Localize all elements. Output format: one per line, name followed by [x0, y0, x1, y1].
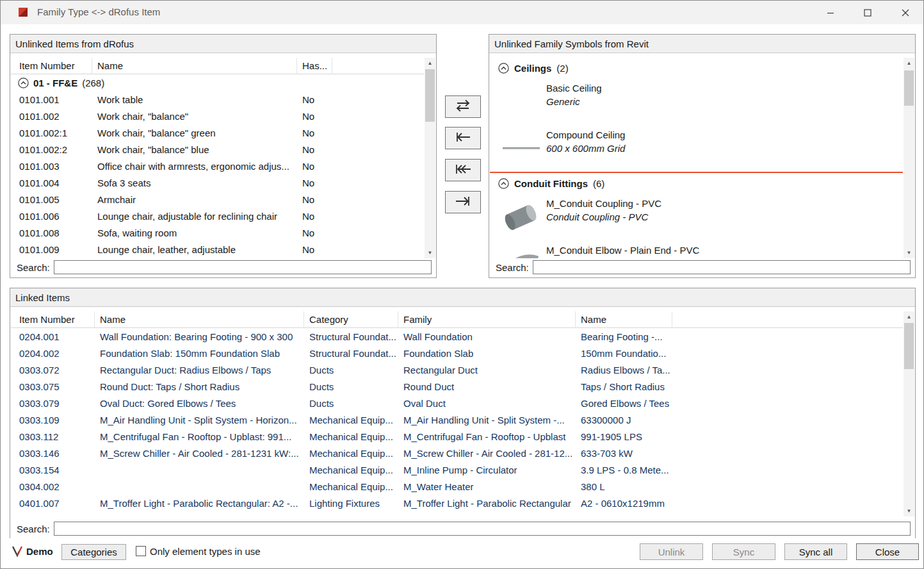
linked-item-row[interactable]: 0303.079Oval Duct: Gored Elbows / TeesDu…	[11, 395, 903, 411]
item-number-cell: 0101.002:1	[11, 128, 92, 138]
scroll-thumb[interactable]	[904, 70, 914, 106]
search-input[interactable]	[533, 260, 911, 274]
item-number-cell: 0101.008	[11, 227, 92, 238]
search-label: Search:	[17, 524, 50, 534]
family-symbols-list: Ceilings(2)Basic CeilingGenericCompound …	[490, 58, 903, 258]
minimize-button[interactable]	[815, 1, 845, 24]
family-cell: M_Centrifugal Fan - Rooftop - Upblast	[398, 431, 576, 442]
scroll-up-icon[interactable]: ▲	[904, 311, 914, 322]
linked-item-row[interactable]: 0303.154Mechanical Equip...M_Inline Pump…	[11, 461, 903, 478]
only-in-use-checkbox[interactable]	[136, 546, 146, 556]
move-all-left-button[interactable]	[445, 159, 481, 181]
item-number-cell: 0204.002	[11, 348, 95, 359]
item-number-cell: 0204.001	[11, 331, 95, 342]
scrollbar-vertical[interactable]: ▲ ▼	[425, 58, 435, 258]
sync-all-button[interactable]: Sync all	[784, 543, 847, 560]
collapse-chevron-icon[interactable]	[18, 78, 29, 88]
scroll-down-icon[interactable]: ▼	[425, 247, 435, 258]
column-header-has-[interactable]: Has...	[297, 58, 332, 74]
search-input[interactable]	[54, 522, 911, 536]
move-left-button[interactable]	[445, 127, 481, 149]
scroll-down-icon[interactable]: ▼	[904, 506, 914, 516]
item-number-cell: 0101.003	[11, 161, 92, 172]
grid-line-thumbnail	[503, 125, 542, 172]
family-symbol-item[interactable]: Basic CeilingGeneric	[490, 78, 903, 125]
search-input[interactable]	[54, 260, 432, 274]
category-cell: Mechanical Equip...	[304, 431, 398, 442]
has-cell: No	[297, 94, 332, 105]
scroll-down-icon[interactable]: ▼	[904, 247, 914, 258]
linked-item-row[interactable]: 0303.146M_Screw Chiller - Air Cooled - 2…	[11, 445, 903, 461]
unlinked-item-row[interactable]: 0101.005ArmchairNo	[11, 191, 424, 208]
unlinked-item-row[interactable]: 0101.009Lounge chair, leather, adjustabl…	[11, 241, 424, 258]
linked-item-row[interactable]: 0401.007M_Troffer Light - Parabolic Rect…	[11, 495, 903, 511]
group-row-ffe[interactable]: 01 - FF&E(268)	[11, 74, 424, 91]
family-group-header[interactable]: Ceilings(2)	[490, 58, 903, 78]
linked-item-row[interactable]: 0401.008M_Troffer Light - Parabolic Rect…	[11, 511, 903, 516]
group-label: Ceilings	[514, 63, 551, 74]
unlinked-item-row[interactable]: 0101.008Sofa, waiting roomNo	[11, 224, 424, 241]
item-number-cell: 0303.112	[11, 431, 95, 442]
type-name-cell: A2 - 0610x1219mm	[576, 498, 672, 509]
unlinked-item-row[interactable]: 0101.001Work tableNo	[11, 91, 424, 108]
type-name-cell: 991-1905 LPS	[576, 431, 672, 442]
column-header-item-number[interactable]: Item Number	[11, 58, 92, 74]
app-logo-icon	[18, 7, 28, 17]
unlinked-item-row[interactable]: 0101.006Lounge chair, adjustable for rec…	[11, 208, 424, 224]
name-cell: M_Troffer Light - Parabolic Rectangular:…	[95, 515, 304, 517]
linked-item-row[interactable]: 0303.075Round Duct: Taps / Short RadiusD…	[11, 378, 903, 395]
item-number-cell: 0101.002:2	[11, 144, 92, 155]
linked-item-row[interactable]: 0204.001Wall Foundation: Bearing Footing…	[11, 328, 903, 345]
type-name-cell: Taps / Short Radius	[576, 381, 672, 392]
linked-item-row[interactable]: 0204.002Foundation Slab: 150mm Foundatio…	[11, 345, 903, 361]
linked-item-row[interactable]: 0304.002Mechanical Equip...M_Water Heate…	[11, 478, 903, 495]
maximize-button[interactable]	[852, 1, 882, 24]
unlinked-item-row[interactable]: 0101.004Sofa 3 seatsNo	[11, 174, 424, 191]
close-button[interactable]: Close	[856, 543, 919, 560]
column-header-name[interactable]: Name	[95, 311, 304, 328]
table-header[interactable]: Item NumberNameHas...	[11, 58, 424, 74]
family-cell: M_Troffer Light - Parabolic Rectangular	[398, 498, 576, 509]
name-cell: Armchair	[92, 194, 297, 205]
collapse-chevron-icon[interactable]	[498, 63, 509, 74]
type-name: 600 x 600mm Grid	[546, 143, 625, 154]
move-right-button[interactable]	[445, 191, 481, 213]
close-window-button[interactable]	[890, 1, 920, 24]
family-symbol-item[interactable]: Compound Ceiling600 x 600mm Grid	[490, 125, 903, 172]
link-swap-button[interactable]	[445, 95, 481, 118]
item-number-cell: 0401.008	[11, 515, 95, 517]
family-cell: Wall Foundation	[398, 331, 576, 342]
name-cell: M_Air Handling Unit - Split System - Hor…	[95, 415, 304, 425]
linked-item-row[interactable]: 0303.109M_Air Handling Unit - Split Syst…	[11, 411, 903, 428]
linked-item-row[interactable]: 0303.112M_Centrifugal Fan - Rooftop - Up…	[11, 428, 903, 445]
unlinked-item-row[interactable]: 0101.002:2Work chair, "balance" blueNo	[11, 141, 424, 158]
categories-button[interactable]: Categories	[61, 544, 126, 560]
scroll-thumb[interactable]	[425, 69, 435, 122]
collapse-chevron-icon[interactable]	[498, 178, 509, 189]
item-number-cell: 0303.146	[11, 448, 95, 459]
family-symbol-item[interactable]: M_Conduit Coupling - PVCConduit Coupling…	[490, 194, 903, 240]
type-name: Generic	[546, 96, 602, 107]
column-header-name[interactable]: Name	[576, 311, 672, 328]
column-header-family[interactable]: Family	[398, 311, 576, 328]
checkbox-label: Only element types in use	[150, 546, 261, 557]
unlinked-item-row[interactable]: 0101.003Office chair with armrests, ergo…	[11, 158, 424, 174]
column-header-item-number[interactable]: Item Number	[11, 311, 95, 328]
column-header-name[interactable]: Name	[92, 58, 297, 74]
scrollbar-vertical[interactable]: ▲ ▼	[904, 58, 914, 258]
search-row: Search:	[10, 260, 436, 275]
category-cell: Mechanical Equip...	[304, 448, 398, 459]
column-header-category[interactable]: Category	[304, 311, 398, 328]
family-symbol-item[interactable]: M_Conduit Elbow - Plain End - PVCConduit…	[490, 240, 903, 258]
scroll-thumb[interactable]	[904, 323, 914, 369]
scroll-up-icon[interactable]: ▲	[904, 58, 914, 69]
table-header[interactable]: Item NumberNameCategoryFamilyName	[11, 311, 903, 328]
unlinked-item-row[interactable]: 0101.002Work chair, "balance"No	[11, 108, 424, 124]
scrollbar-vertical[interactable]: ▲ ▼	[904, 311, 914, 516]
table-body: 0101.001Work tableNo0101.002Work chair, …	[11, 91, 424, 258]
scroll-up-icon[interactable]: ▲	[425, 58, 435, 69]
linked-item-row[interactable]: 0303.072Rectangular Duct: Radius Elbows …	[11, 361, 903, 378]
link-swap-icon	[454, 99, 472, 114]
unlinked-item-row[interactable]: 0101.002:1Work chair, "balance" greenNo	[11, 124, 424, 141]
family-group-header[interactable]: Conduit Fittings(6)	[490, 173, 903, 194]
